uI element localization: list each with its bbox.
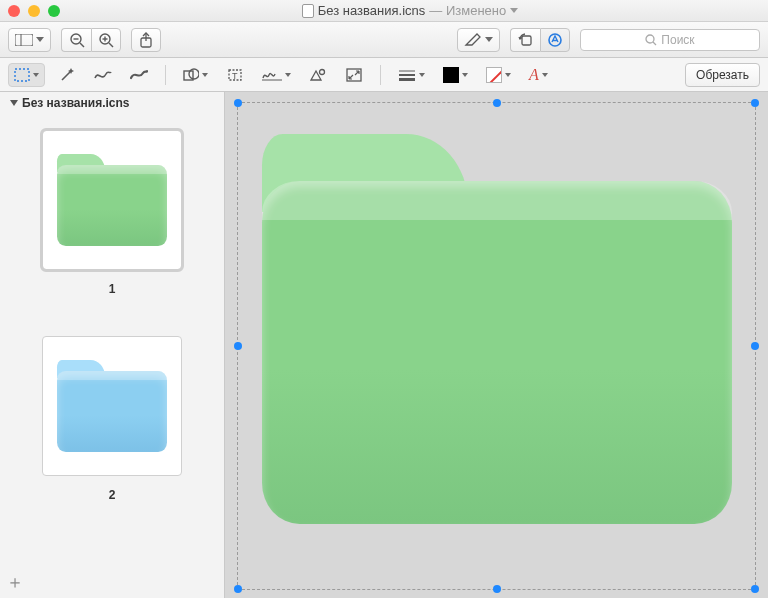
adjust-size-icon bbox=[346, 68, 362, 82]
adjust-color-icon bbox=[310, 68, 326, 82]
text-box-icon: T bbox=[228, 68, 242, 82]
svg-text:T: T bbox=[232, 71, 238, 81]
minimize-window-button[interactable] bbox=[28, 5, 40, 17]
zoom-in-icon bbox=[98, 32, 114, 48]
resize-handle[interactable] bbox=[234, 342, 242, 350]
selection-tool-button[interactable] bbox=[8, 63, 45, 87]
zoom-in-button[interactable] bbox=[91, 28, 121, 52]
svg-line-14 bbox=[653, 42, 656, 45]
folder-icon bbox=[57, 154, 167, 246]
thumbnail-item[interactable]: 1 bbox=[10, 130, 214, 296]
window-title: Без названия.icns — Изменено bbox=[60, 3, 760, 18]
svg-point-22 bbox=[320, 69, 325, 74]
adjust-color-button[interactable] bbox=[304, 63, 332, 87]
main-toolbar: Поиск bbox=[0, 22, 768, 58]
thumbnail-item[interactable]: 2 bbox=[10, 336, 214, 502]
markup-toggle-button[interactable] bbox=[540, 28, 570, 52]
signature-icon bbox=[262, 68, 282, 82]
sign-button[interactable] bbox=[257, 63, 296, 87]
thumbnail-preview bbox=[42, 336, 182, 476]
traffic-lights bbox=[8, 5, 60, 17]
search-placeholder: Поиск bbox=[661, 33, 694, 47]
fill-color-button[interactable] bbox=[481, 63, 516, 87]
shapes-icon bbox=[183, 68, 199, 82]
svg-rect-15 bbox=[15, 69, 29, 81]
color-swatch-none bbox=[486, 67, 502, 83]
font-letter-icon: A bbox=[529, 66, 539, 84]
view-mode-button[interactable] bbox=[8, 28, 51, 52]
color-swatch-black bbox=[443, 67, 459, 83]
sketch-button[interactable] bbox=[89, 63, 117, 87]
thumbnails-sidebar: Без названия.icns 1 2 ＋ bbox=[0, 92, 225, 598]
folder-icon bbox=[57, 360, 167, 452]
sketch-icon bbox=[94, 68, 112, 82]
magic-wand-icon bbox=[59, 67, 75, 83]
markup-icon bbox=[547, 32, 563, 48]
zoom-out-icon bbox=[69, 32, 85, 48]
share-icon bbox=[139, 32, 153, 48]
svg-rect-0 bbox=[15, 34, 33, 46]
resize-handle[interactable] bbox=[234, 99, 242, 107]
draw-icon bbox=[130, 68, 148, 82]
toolbar-separator bbox=[380, 65, 381, 85]
close-window-button[interactable] bbox=[8, 5, 20, 17]
canvas-area[interactable] bbox=[225, 92, 768, 598]
search-input[interactable]: Поиск bbox=[580, 29, 760, 51]
add-page-button[interactable]: ＋ bbox=[6, 570, 24, 594]
thumbnail-preview bbox=[42, 130, 182, 270]
fullscreen-window-button[interactable] bbox=[48, 5, 60, 17]
document-icon bbox=[302, 4, 314, 18]
thumbnail-label: 1 bbox=[109, 282, 116, 296]
rotate-icon bbox=[518, 33, 534, 47]
share-button[interactable] bbox=[131, 28, 161, 52]
rotate-button[interactable] bbox=[510, 28, 540, 52]
draw-button[interactable] bbox=[125, 63, 153, 87]
resize-handle[interactable] bbox=[751, 99, 759, 107]
text-button[interactable]: T bbox=[221, 63, 249, 87]
line-weight-button[interactable] bbox=[393, 63, 430, 87]
svg-line-6 bbox=[109, 43, 113, 47]
resize-handle[interactable] bbox=[234, 585, 242, 593]
sidebar-header[interactable]: Без названия.icns bbox=[10, 96, 214, 110]
search-icon bbox=[645, 34, 657, 46]
window-title-filename: Без названия.icns bbox=[318, 3, 425, 18]
zoom-out-button[interactable] bbox=[61, 28, 91, 52]
svg-line-16 bbox=[62, 71, 71, 80]
window-titlebar: Без названия.icns — Изменено bbox=[0, 0, 768, 22]
sidebar-layout-icon bbox=[15, 34, 33, 46]
resize-handle[interactable] bbox=[493, 99, 501, 107]
text-style-button[interactable]: A bbox=[524, 63, 553, 87]
adjust-size-button[interactable] bbox=[340, 63, 368, 87]
svg-rect-11 bbox=[522, 36, 531, 45]
selection-rect-icon bbox=[14, 68, 30, 82]
resize-handle[interactable] bbox=[751, 342, 759, 350]
shapes-button[interactable] bbox=[178, 63, 213, 87]
disclosure-triangle-icon bbox=[10, 100, 18, 106]
stroke-color-button[interactable] bbox=[438, 63, 473, 87]
chevron-down-icon bbox=[485, 37, 493, 43]
highlighter-icon bbox=[464, 33, 482, 47]
sidebar-header-label: Без названия.icns bbox=[22, 96, 130, 110]
instant-alpha-button[interactable] bbox=[53, 63, 81, 87]
markup-toolbar: T A Обрезать bbox=[0, 58, 768, 92]
chevron-down-icon bbox=[36, 37, 44, 43]
crop-button[interactable]: Обрезать bbox=[685, 63, 760, 87]
resize-handle[interactable] bbox=[751, 585, 759, 593]
resize-handle[interactable] bbox=[493, 585, 501, 593]
svg-line-3 bbox=[80, 43, 84, 47]
line-weight-icon bbox=[398, 69, 416, 81]
highlight-button[interactable] bbox=[457, 28, 500, 52]
folder-icon bbox=[262, 134, 732, 524]
toolbar-separator bbox=[165, 65, 166, 85]
svg-point-18 bbox=[189, 69, 199, 79]
window-title-status: — Изменено bbox=[429, 3, 506, 18]
content-area: Без названия.icns 1 2 ＋ bbox=[0, 92, 768, 598]
svg-point-13 bbox=[646, 35, 654, 43]
thumbnail-label: 2 bbox=[109, 488, 116, 502]
chevron-down-icon[interactable] bbox=[510, 8, 518, 14]
